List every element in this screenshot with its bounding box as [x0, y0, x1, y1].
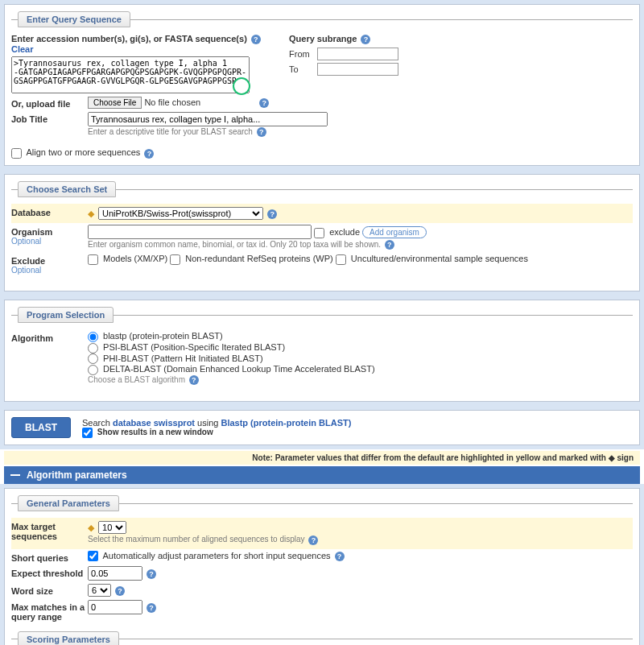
enter-query-section: Enter Query Sequence Enter accession num… — [11, 11, 633, 139]
choose-search-legend: Choose Search Set — [18, 181, 116, 197]
help-icon[interactable]: ? — [335, 552, 345, 561]
algo-psi-radio[interactable] — [88, 343, 98, 354]
expect-threshold-input[interactable] — [88, 566, 142, 581]
short-queries-checkbox[interactable] — [88, 551, 98, 561]
organism-input[interactable] — [88, 225, 312, 239]
exclude-uncultured-checkbox[interactable] — [336, 254, 346, 265]
database-select[interactable]: UniProtKB/Swiss-Prot(swissprot) — [98, 207, 263, 220]
help-icon[interactable]: ? — [257, 127, 266, 137]
clear-link[interactable]: Clear — [11, 44, 34, 54]
help-icon[interactable]: ? — [259, 98, 269, 108]
note-bar: Note: Parameter values that differ from … — [4, 451, 640, 465]
organism-label: Organism — [11, 227, 52, 237]
from-input[interactable] — [317, 48, 398, 60]
help-icon[interactable]: ? — [361, 35, 370, 44]
exclude-uncultured-label[interactable]: Uncultured/environmental sample sequence… — [336, 254, 528, 263]
algo-phi-radio[interactable] — [88, 354, 98, 364]
algo-delta-label[interactable]: DELTA-BLAST (Domain Enhanced Lookup Time… — [88, 364, 375, 374]
exclude-organism-checkbox[interactable] — [314, 228, 324, 238]
program-selection-legend: Program Selection — [18, 307, 114, 323]
expect-threshold-label: Expect threshold — [11, 566, 88, 578]
word-size-label: Word size — [11, 584, 88, 596]
help-icon[interactable]: ? — [267, 209, 277, 219]
blast-button[interactable]: BLAST — [11, 417, 71, 438]
algorithm-label: Algorithm — [11, 331, 88, 343]
help-icon[interactable]: ? — [147, 569, 156, 579]
organism-hint: Enter organism common name, binomial, or… — [88, 240, 381, 249]
from-label: From — [289, 49, 317, 59]
help-icon[interactable]: ? — [385, 240, 394, 250]
help-icon[interactable]: ? — [115, 586, 125, 596]
to-label: To — [289, 64, 317, 74]
add-organism-button[interactable]: Add organism — [362, 226, 427, 238]
jobtitle-input[interactable] — [88, 112, 328, 126]
max-matches-input[interactable] — [88, 600, 142, 614]
max-target-label: Max target sequences — [11, 519, 88, 541]
jobtitle-hint: Enter a descriptive title for your BLAST… — [88, 127, 253, 136]
max-target-hint: Select the maximum number of aligned seq… — [88, 535, 305, 544]
max-target-select[interactable]: 10 — [98, 521, 126, 534]
choose-file-button[interactable]: Choose File — [88, 97, 142, 109]
general-params-legend: General Parameters — [18, 495, 119, 511]
program-selection-section: Program Selection Algorithm blastp (prot… — [11, 307, 633, 387]
to-input[interactable] — [317, 63, 398, 76]
algo-params-header[interactable]: Algorithm parameters — [4, 466, 640, 484]
exclude-wp-label[interactable]: Non-redundant RefSeq proteins (WP) — [170, 254, 333, 263]
exclude-models-checkbox[interactable] — [88, 254, 98, 265]
show-results-label[interactable]: Show results in a new window — [82, 428, 213, 436]
jobtitle-label: Job Title — [11, 112, 88, 124]
help-icon[interactable]: ? — [308, 535, 318, 545]
exclude-models-label[interactable]: Models (XM/XP) — [88, 254, 167, 263]
seq-prompt: Enter accession number(s), gi(s), or FAS… — [11, 34, 247, 43]
algo-blastp-label[interactable]: blastp (protein-protein BLAST) — [88, 331, 223, 341]
exclude-organism-label[interactable]: exclude — [314, 227, 360, 237]
upload-label: Or, upload file — [11, 97, 88, 109]
no-file-text: No file chosen — [144, 97, 200, 107]
subrange-label: Query subrange — [289, 34, 357, 43]
database-label: Database — [11, 205, 88, 217]
help-icon[interactable]: ? — [144, 149, 154, 159]
short-queries-cb-label[interactable]: Automatically adjust parameters for shor… — [88, 551, 331, 560]
search-summary: Search database swissprot using Blastp (… — [82, 418, 351, 428]
general-params-section: General Parameters Max target sequences … — [11, 495, 633, 622]
scoring-params-legend: Scoring Parameters — [18, 631, 119, 646]
exclude-label: Exclude — [11, 256, 45, 266]
help-icon[interactable]: ? — [189, 375, 199, 385]
grammarly-icon[interactable] — [233, 77, 250, 95]
collapse-icon[interactable] — [10, 474, 20, 476]
subrange-panel: Query subrange ? From To — [289, 34, 458, 95]
help-icon[interactable]: ? — [251, 35, 261, 44]
show-results-checkbox[interactable] — [82, 428, 93, 438]
sequence-textarea[interactable]: >Tyrannosaurus rex, collagen type I, alp… — [11, 56, 250, 93]
max-matches-label: Max matches in a query range — [11, 600, 88, 622]
algo-blastp-radio[interactable] — [88, 332, 98, 342]
algorithm-hint: Choose a BLAST algorithm — [88, 375, 185, 384]
algo-delta-radio[interactable] — [88, 365, 98, 375]
algo-phi-label[interactable]: PHI-BLAST (Pattern Hit Initiated BLAST) — [88, 354, 263, 363]
changed-marker-icon: ◆ — [88, 209, 94, 218]
algo-psi-label[interactable]: PSI-BLAST (Position-Specific Iterated BL… — [88, 342, 285, 352]
align-checkbox[interactable] — [11, 148, 22, 159]
word-size-select[interactable]: 6 — [88, 584, 111, 597]
enter-query-legend: Enter Query Sequence — [18, 11, 130, 27]
choose-search-section: Choose Search Set Database ◆ UniProtKB/S… — [11, 181, 633, 276]
align-checkbox-label[interactable]: Align two or more sequences — [11, 147, 140, 157]
scoring-params-section: Scoring Parameters Matrix BLOSUM62 ? Gap… — [11, 631, 633, 646]
changed-marker-icon: ◆ — [88, 523, 94, 532]
help-icon[interactable]: ? — [147, 603, 156, 613]
exclude-wp-checkbox[interactable] — [170, 254, 180, 265]
short-queries-label: Short queries — [11, 551, 88, 563]
